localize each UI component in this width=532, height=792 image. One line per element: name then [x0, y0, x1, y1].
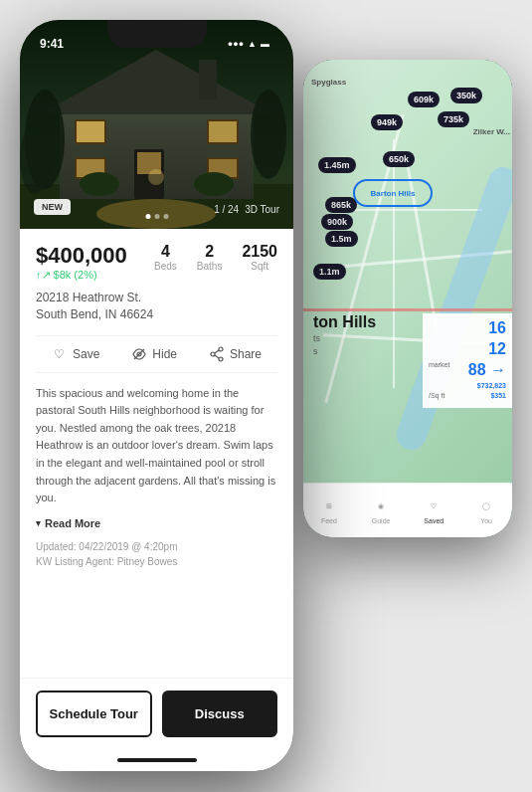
share-label: Share [230, 347, 262, 361]
time-display: 9:41 [40, 37, 64, 51]
svg-point-22 [148, 169, 164, 185]
svg-rect-10 [77, 121, 104, 142]
read-more-button[interactable]: ▾ Read More [36, 517, 277, 529]
schedule-tour-button[interactable]: Schedule Tour [36, 691, 152, 737]
stat-row-sqft: /Sq ft $351 [429, 392, 506, 399]
price-bubble: 735k [438, 111, 469, 127]
price-bubble: 609k [408, 92, 440, 107]
wifi-icon: ▲ [248, 39, 257, 49]
svg-line-29 [215, 355, 219, 358]
person-icon: ◯ [477, 497, 495, 515]
phones-wrapper: Spyglass Zilker W... 609k 350k 949k 735k… [0, 0, 532, 792]
bottom-bar: Schedule Tour Discuss [20, 678, 293, 749]
price-row: $400,000 ↑↗ $8k (2%) 4 Beds 2 Baths [36, 243, 277, 282]
listing-content: $400,000 ↑↗ $8k (2%) 4 Beds 2 Baths [20, 229, 293, 678]
price-bubble: 1.45m [318, 157, 356, 173]
nav-item-guide[interactable]: ◉ Guide [372, 497, 391, 524]
hide-icon [131, 346, 147, 362]
beds-value: 4 [154, 243, 177, 261]
new-badge: NEW [34, 199, 71, 215]
map-road [393, 139, 395, 388]
phone-back: Spyglass Zilker W... 609k 350k 949k 735k… [303, 60, 512, 537]
map-bottom-nav: ⊞ Feed ◉ Guide ♡ Saved ◯ You [303, 483, 512, 537]
hide-button[interactable]: Hide [131, 346, 177, 362]
baths-stat: 2 Baths [197, 243, 223, 272]
image-count: 1 / 24 [214, 204, 239, 215]
beds-stat: 4 Beds [154, 243, 177, 272]
stat-row-price: $732,823 [429, 382, 506, 389]
map-subtitle2: s [313, 346, 318, 356]
map-phone-inner: Spyglass Zilker W... 609k 350k 949k 735k… [303, 60, 512, 537]
map-area-title: ton Hills [313, 313, 376, 331]
nav-item-you[interactable]: ◯ You [477, 497, 495, 524]
price-bubble: 900k [321, 214, 353, 230]
hide-label: Hide [152, 347, 177, 361]
save-label: Save [73, 347, 99, 361]
nav-feed-label: Feed [321, 517, 337, 524]
price-bubble: 350k [450, 88, 482, 103]
dot-3 [163, 214, 168, 219]
svg-point-18 [251, 90, 286, 179]
notch [107, 20, 207, 48]
stat-row: 12 [429, 340, 506, 358]
guide-icon: ◉ [372, 497, 390, 515]
price-bubble: 650k [383, 151, 415, 167]
nav-guide-label: Guide [372, 517, 391, 524]
map-stats: 16 12 market 88 → $732,823 [423, 313, 512, 408]
price-block: $400,000 ↑↗ $8k (2%) [36, 243, 127, 282]
svg-rect-5 [199, 60, 217, 99]
battery-icon: ▬ [261, 39, 269, 49]
svg-point-26 [219, 357, 223, 361]
price-bubble: 1.1m [313, 264, 346, 280]
sqft-stat: 2150 Sqft [242, 243, 277, 272]
svg-point-20 [80, 172, 119, 196]
address-line2: South Bend, IN 46624 [36, 306, 277, 323]
heart-icon: ♡ [52, 346, 68, 362]
signal-icon: ●●● [228, 39, 244, 49]
zilker-label: Zilker W... [473, 127, 510, 136]
action-row: ♡ Save Hide [36, 335, 277, 373]
svg-rect-14 [209, 121, 237, 142]
listing-price: $400,000 [36, 243, 127, 269]
address-block: 20218 Heathrow St. South Bend, IN 46624 [36, 290, 277, 323]
svg-point-25 [219, 347, 223, 351]
nav-you-label: You [480, 517, 492, 524]
tour-label: 3D Tour [245, 204, 279, 215]
map-area: Spyglass Zilker W... 609k 350k 949k 735k… [303, 60, 512, 537]
chevron-icon: ▾ [36, 518, 41, 528]
svg-point-19 [20, 124, 50, 194]
map-divider [303, 308, 512, 311]
price-change: ↑↗ $8k (2%) [36, 269, 127, 282]
stat-row: 16 [429, 319, 506, 337]
save-button[interactable]: ♡ Save [52, 346, 99, 362]
listing-phone-inner: 9:41 ●●● ▲ ▬ [20, 20, 293, 771]
svg-point-27 [211, 352, 215, 356]
image-dots [145, 214, 168, 219]
price-bubble: 865k [325, 197, 357, 213]
price-bubble: 1.5m [325, 231, 358, 247]
spyglass-label: Spyglass [311, 78, 346, 87]
share-button[interactable]: Share [209, 346, 262, 362]
stat-avg-days: 12 [488, 340, 506, 358]
updated-info: Updated: 04/22/2019 @ 4:20pm [36, 541, 277, 552]
map-subtitle: ts [313, 333, 320, 343]
stat-market: 88 → [468, 361, 506, 379]
baths-value: 2 [197, 243, 223, 261]
stat-days: 16 [488, 319, 506, 337]
market-label: market [429, 361, 449, 379]
nav-item-feed[interactable]: ⊞ Feed [320, 497, 338, 524]
baths-label: Baths [197, 261, 223, 272]
sqft-value: 2150 [242, 243, 277, 261]
status-icons: ●●● ▲ ▬ [228, 39, 269, 49]
nav-saved-label: Saved [424, 517, 443, 524]
stats-row: 4 Beds 2 Baths 2150 Sqft [154, 243, 277, 272]
listing-description: This spacious and welcoming home in the … [36, 385, 277, 507]
discuss-button[interactable]: Discuss [162, 691, 278, 737]
svg-point-21 [194, 172, 234, 196]
stat-row-market: market 88 → [429, 361, 506, 379]
share-icon [209, 346, 225, 362]
nav-item-saved[interactable]: ♡ Saved [424, 497, 443, 524]
read-more-label: Read More [45, 517, 100, 529]
phone-front: 9:41 ●●● ▲ ▬ [20, 20, 293, 771]
heart-icon: ♡ [425, 497, 443, 515]
